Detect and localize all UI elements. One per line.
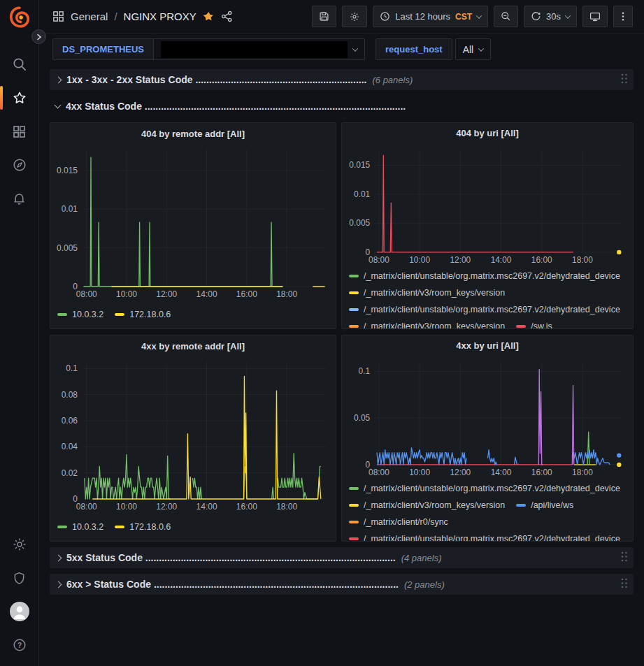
variable-label-ds-prometheus[interactable]: DS_PROMETHEUS: [52, 38, 154, 60]
save-dashboard-button[interactable]: [312, 6, 336, 27]
chevron-down-icon: [476, 13, 482, 18]
help-icon: ?: [12, 637, 27, 653]
svg-text:0.015: 0.015: [349, 160, 370, 170]
legend-series-label: /_matrix/client/unstable/org.matrix.msc2…: [364, 271, 620, 281]
chevron-down-icon: [352, 45, 358, 51]
svg-text:08:00: 08:00: [368, 255, 389, 265]
svg-text:18:00: 18:00: [276, 502, 297, 512]
legend-item[interactable]: /_matrix/client/v3/room_keys/version: [349, 284, 505, 301]
variables-submenu: DS_PROMETHEUS request_host All: [40, 34, 644, 65]
sidebar-expand-button[interactable]: [31, 29, 46, 44]
chevron-down-icon: [55, 101, 62, 108]
svg-text:?: ?: [17, 642, 21, 649]
dashboard-settings-button[interactable]: [342, 6, 367, 27]
legend-item[interactable]: /_matrix/client/unstable/org.matrix.msc2…: [349, 301, 620, 318]
timezone-label: CST: [455, 12, 472, 22]
tv-cycle-view-button[interactable]: [582, 6, 608, 27]
panel-title[interactable]: 4xx by uri [All]: [342, 335, 633, 356]
legend-item[interactable]: 172.18.0.6: [115, 519, 171, 535]
legend-item[interactable]: 10.0.3.2: [57, 306, 103, 323]
row-1xx-3xx-2xx[interactable]: 1xx - 3xx - 2xx Status Code ............…: [50, 69, 634, 90]
panel-row-404: 404 by remote addr [All] 08:0010:0012:00…: [50, 122, 634, 329]
svg-text:16:00: 16:00: [236, 289, 257, 299]
sidebar-item-explore[interactable]: [0, 148, 38, 182]
legend-item[interactable]: /_matrix/client/v3/room_keys/version: [349, 318, 505, 328]
legend-item[interactable]: /_matrix/client/r0/sync: [349, 514, 448, 530]
sidebar-item-help[interactable]: ?: [0, 628, 38, 662]
time-range-label: Last 12 hours: [395, 11, 450, 22]
panel-title[interactable]: 4xx by remote addr [All]: [50, 335, 336, 356]
legend-item[interactable]: 172.18.0.6: [115, 306, 171, 323]
time-series-chart[interactable]: 08:0010:0012:0014:0016:0018:0000.0050.01…: [50, 144, 336, 301]
row-drag-handle[interactable]: [620, 73, 628, 87]
chevron-right-icon: [55, 581, 62, 588]
svg-text:0.1: 0.1: [359, 366, 371, 376]
panel-4xx-by-remote-addr: 4xx by remote addr [All] 08:0010:0012:00…: [50, 335, 336, 542]
svg-text:0.05: 0.05: [354, 413, 371, 423]
svg-text:0: 0: [73, 282, 78, 291]
panel-legend: 10.0.3.2172.18.0.6: [50, 301, 336, 328]
sidebar-item-alerting[interactable]: [0, 182, 38, 215]
row-drag-handle[interactable]: [620, 577, 628, 592]
time-range-picker[interactable]: Last 12 hours CST: [373, 6, 488, 27]
favorite-star-icon[interactable]: [203, 10, 215, 22]
dashboard-toolbar: Last 12 hours CST 30s: [312, 6, 633, 27]
panel-title[interactable]: 404 by uri [All]: [342, 123, 633, 144]
legend-series-swatch: [349, 275, 359, 277]
grafana-logo-icon: [8, 6, 31, 29]
svg-text:0.005: 0.005: [57, 243, 78, 253]
sidebar-item-dashboards[interactable]: [0, 115, 38, 148]
kebab-menu-button[interactable]: [613, 6, 633, 27]
sidebar-item-search[interactable]: [0, 48, 38, 81]
dashboard-header: General / NGINX PROXY La: [40, 0, 644, 34]
share-icon[interactable]: [221, 10, 233, 22]
legend-item[interactable]: 10.0.3.2: [57, 519, 103, 535]
row-drag-handle[interactable]: [620, 551, 628, 565]
apps-grid-icon: [12, 124, 27, 139]
legend-item[interactable]: /api/live/ws: [516, 497, 573, 514]
row-5xx[interactable]: 5xx Status Code ........................…: [50, 547, 634, 568]
chevron-right-icon: [55, 76, 62, 83]
breadcrumb-dashboard-title[interactable]: NGINX PROXY: [124, 10, 196, 22]
legend-item[interactable]: /sw.js: [516, 318, 552, 328]
variable-dropdown-ds-prometheus[interactable]: [154, 38, 365, 60]
sidebar-item-profile[interactable]: [0, 595, 38, 628]
variable-label-request-host[interactable]: request_host: [375, 38, 452, 60]
breadcrumb-section[interactable]: General: [71, 10, 108, 22]
time-series-chart[interactable]: 08:0010:0012:0014:0016:0018:0000.020.040…: [50, 356, 336, 513]
svg-text:0.02: 0.02: [62, 468, 78, 478]
legend-series-label: /_matrix/client/unstable/org.matrix.msc2…: [364, 484, 620, 493]
chevron-down-icon: [478, 45, 484, 51]
row-title: 1xx - 3xx - 2xx Status Code ............…: [66, 74, 366, 85]
refresh-interval-label: 30s: [546, 11, 561, 22]
legend-item[interactable]: /_matrix/client/v3/room_keys/version: [349, 497, 505, 514]
sidebar-item-starred[interactable]: [0, 81, 38, 115]
row-title: 4xx Status Code ........................…: [66, 101, 406, 112]
row-6xx[interactable]: 6xx > Status Code ......................…: [50, 574, 634, 595]
legend-item[interactable]: /_matrix/client/unstable/org.matrix.msc2…: [349, 268, 620, 284]
legend-item[interactable]: /_matrix/client/unstable/org.matrix.msc2…: [349, 530, 620, 541]
refresh-button[interactable]: 30s: [524, 6, 577, 27]
legend-series-label: /_matrix/client/v3/room_keys/version: [364, 288, 505, 298]
legend-series-swatch: [349, 325, 359, 328]
legend-series-swatch: [57, 526, 67, 528]
svg-text:16:00: 16:00: [236, 502, 257, 512]
legend-item[interactable]: /_matrix/client/unstable/org.matrix.msc2…: [349, 480, 620, 497]
grafana-app: ? General / NGINX PROXY: [0, 0, 644, 666]
row-4xx[interactable]: 4xx Status Code ........................…: [50, 96, 634, 117]
variable-dropdown-request-host[interactable]: All: [455, 38, 492, 60]
sidebar-item-server-admin[interactable]: [0, 561, 38, 595]
legend-series-swatch: [349, 291, 359, 294]
svg-text:16:00: 16:00: [531, 255, 552, 265]
grafana-logo-icon[interactable]: [8, 6, 31, 29]
compass-icon: [12, 157, 27, 173]
time-series-chart[interactable]: 08:0010:0012:0014:0016:0018:0000.050.1: [342, 356, 633, 479]
svg-text:0.04: 0.04: [62, 442, 78, 451]
time-series-chart[interactable]: 08:0010:0012:0014:0016:0018:0000.0050.01…: [342, 144, 633, 266]
svg-text:12:00: 12:00: [156, 502, 177, 512]
variable-value: All: [463, 44, 474, 55]
sidebar-item-configuration[interactable]: [0, 528, 38, 561]
panel-title[interactable]: 404 by remote addr [All]: [50, 123, 336, 144]
apps-grid-icon: [52, 10, 64, 22]
zoom-out-time-button[interactable]: [494, 6, 518, 27]
